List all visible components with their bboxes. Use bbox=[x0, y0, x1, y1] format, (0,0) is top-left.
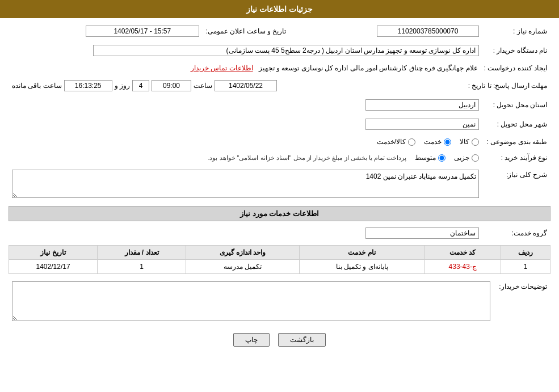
label-shomareNiaz: شماره نیاز : bbox=[482, 24, 550, 39]
toozihat-textarea[interactable] bbox=[12, 281, 490, 321]
namDastgah-box: اداره کل نوسازی توسعه و تجهیز مدارس استا… bbox=[93, 45, 479, 56]
services-table: ردیف کد خدمت نام خدمت واحد اندازه گیری ت… bbox=[9, 245, 550, 274]
radio-kala-item: کالا bbox=[460, 138, 479, 146]
saat-label: ساعت bbox=[194, 82, 212, 90]
header-title: جزئیات اطلاعات نیاز bbox=[246, 5, 313, 14]
radio-mottavaset-label: متوسط bbox=[415, 154, 436, 162]
value-ijadKonande: غلام جهانگیری فره چناق کارشناس امور مالی… bbox=[9, 62, 481, 74]
cell-namKhedmat: پایانه‌ای و تکمیل بنا bbox=[299, 260, 424, 274]
value-ostanTahvil: اردبیل bbox=[9, 98, 482, 112]
radio-khedmat[interactable] bbox=[444, 138, 451, 146]
rooz-label: روز و bbox=[115, 82, 130, 90]
radio-jozvi[interactable] bbox=[472, 154, 479, 162]
value-shomareNiaz: 1102003785000070 bbox=[306, 24, 482, 39]
radio-mottavaset-item: متوسط bbox=[415, 154, 445, 162]
radio-mottavaset[interactable] bbox=[438, 154, 445, 162]
label-sharhKolli: شرح کلی نیاز: bbox=[482, 168, 550, 201]
label-tarikhElan: تاریخ و ساعت اعلان عمومی: bbox=[203, 24, 290, 39]
info-table-farayand: نوع فرآیند خرید : جزیی متوسط پرداخت تمام… bbox=[9, 152, 550, 163]
sharh-area: تکمیل مدرسه میناباد عنبران نمین 1402 bbox=[12, 170, 479, 200]
col-tarikh: تاریخ نیاز bbox=[9, 246, 98, 260]
col-vahed: واحد اندازه گیری bbox=[186, 246, 300, 260]
radio-kala[interactable] bbox=[472, 138, 479, 146]
label-mohlat: مهلت ارسال پاسخ: تا تاریخ : bbox=[465, 78, 550, 93]
value-namDastgah: اداره کل نوسازی توسعه و تجهیز مدارس استا… bbox=[9, 43, 482, 58]
farayand-desc: پرداخت تمام یا بخشی از مبلغ خریدار از مح… bbox=[208, 154, 406, 162]
info-table-grohe: گروه خدمت: ساختمان bbox=[9, 226, 550, 241]
radio-jozvi-item: جزیی bbox=[454, 154, 479, 162]
page-wrapper: جزئیات اطلاعات نیاز شماره نیاز : 1102003… bbox=[0, 0, 559, 392]
info-table-top: شماره نیاز : 1102003785000070 تاریخ و سا… bbox=[9, 24, 550, 39]
radio-kala-label: کالا bbox=[460, 138, 469, 146]
info-table-tabaqe: طبقه بندی موضوعی : کالا خدمت bbox=[9, 136, 550, 147]
button-row: بازگشت چاپ bbox=[9, 333, 550, 347]
radio-kalaKhedmat[interactable] bbox=[408, 138, 415, 146]
cell-tarikh: 1402/12/17 bbox=[9, 260, 98, 274]
saat-pasokh: 09:00 bbox=[152, 80, 191, 91]
grohe-box: ساختمان bbox=[365, 227, 479, 239]
col-tedad: تعداد / مقدار bbox=[98, 246, 186, 260]
col-radif: ردیف bbox=[501, 246, 550, 260]
radio-kalaKhedmat-item: کالا/خدمت bbox=[377, 138, 415, 146]
value-shahrTahvil: نمین bbox=[9, 117, 482, 132]
info-table-ostan: استان محل تحویل : اردبیل bbox=[9, 98, 550, 112]
back-button[interactable]: بازگشت bbox=[278, 333, 326, 347]
farayand-radio-group: جزیی متوسط پرداخت تمام یا بخشی از مبلغ خ… bbox=[12, 154, 479, 162]
baqimande-value: 16:13:25 bbox=[64, 80, 112, 91]
info-table-dastgah: نام دستگاه خریدار : اداره کل نوسازی توسع… bbox=[9, 43, 550, 58]
value-tabaqe: کالا خدمت کالا/خدمت bbox=[9, 136, 482, 147]
section-khadamat-title: اطلاعات خدمات مورد نیاز bbox=[9, 206, 550, 221]
radio-jozvi-label: جزیی bbox=[454, 154, 469, 162]
services-section: ردیف کد خدمت نام خدمت واحد اندازه گیری ت… bbox=[9, 245, 550, 274]
label-noeFarayand: نوع فرآیند خرید : bbox=[482, 152, 550, 163]
rooz-value: 4 bbox=[132, 80, 149, 91]
tabaqe-radio-group: کالا خدمت کالا/خدمت bbox=[12, 138, 479, 146]
col-namKhedmat: نام خدمت bbox=[299, 246, 424, 260]
main-content: شماره نیاز : 1102003785000070 تاریخ و سا… bbox=[0, 18, 559, 361]
info-table-mohlat: مهلت ارسال پاسخ: تا تاریخ : 1402/05/22 س… bbox=[9, 78, 550, 93]
link-ettelaatTamas[interactable]: اطلاعات تماس خریدار bbox=[191, 64, 253, 72]
print-button[interactable]: چاپ bbox=[233, 333, 270, 347]
tarikhElan-box: 1402/05/17 - 15:57 bbox=[86, 26, 199, 37]
value-sharhKolli: تکمیل مدرسه میناباد عنبران نمین 1402 bbox=[9, 168, 482, 201]
radio-khedmat-item: خدمت bbox=[424, 138, 451, 146]
ostan-box: اردبیل bbox=[365, 99, 479, 111]
label-groheKhedmat: گروه خدمت: bbox=[482, 226, 550, 241]
ijadKonande-text: غلام جهانگیری فره چناق کارشناس امور مالی… bbox=[259, 64, 477, 72]
shomareNiaz-box: 1102003785000070 bbox=[377, 26, 479, 37]
sharhKolli-textarea[interactable]: تکمیل مدرسه میناباد عنبران نمین 1402 bbox=[12, 170, 479, 198]
tarikh-pasokh: 1402/05/22 bbox=[215, 80, 277, 91]
value-toozihat bbox=[9, 280, 494, 324]
label-shahrTahvil: شهر محل تحویل : bbox=[482, 117, 550, 132]
value-tarikhElan: 1402/05/17 - 15:57 bbox=[9, 24, 203, 39]
cell-kodKhedmat: ج-43-433 bbox=[424, 260, 501, 274]
label-toozihat: توضیحات خریدار: bbox=[494, 280, 550, 324]
page-header: جزئیات اطلاعات نیاز bbox=[0, 0, 559, 18]
cell-vahed: تکمیل مدرسه bbox=[186, 260, 300, 274]
info-table-shahr: شهر محل تحویل : نمین bbox=[9, 117, 550, 132]
info-table-sharh: شرح کلی نیاز: تکمیل مدرسه میناباد عنبران… bbox=[9, 168, 550, 201]
cell-radif: 1 bbox=[501, 260, 550, 274]
cell-tedad: 1 bbox=[98, 260, 186, 274]
value-groheKhedmat: ساختمان bbox=[9, 226, 482, 241]
label-ostanTahvil: استان محل تحویل : bbox=[482, 98, 550, 112]
tarikh-row: 1402/05/22 ساعت 09:00 4 روز و 16:13:25 س… bbox=[12, 80, 461, 91]
info-table-ijad: ایجاد کننده درخواست : غلام جهانگیری فره … bbox=[9, 62, 550, 74]
saat-baqimande-label: ساعت باقی مانده bbox=[12, 82, 62, 90]
col-kodKhedmat: کد خدمت bbox=[424, 246, 501, 260]
radio-khedmat-label: خدمت bbox=[424, 138, 442, 146]
label-ijadKonande: ایجاد کننده درخواست : bbox=[481, 62, 550, 74]
info-table-toozihat: توضیحات خریدار: bbox=[9, 280, 550, 324]
shahr-box: نمین bbox=[365, 119, 479, 130]
value-mohlat: 1402/05/22 ساعت 09:00 4 روز و 16:13:25 س… bbox=[9, 78, 465, 93]
radio-kalaKhedmat-label: کالا/خدمت bbox=[377, 138, 406, 146]
value-noeFarayand: جزیی متوسط پرداخت تمام یا بخشی از مبلغ خ… bbox=[9, 152, 482, 163]
label-tabaqe: طبقه بندی موضوعی : bbox=[482, 136, 550, 147]
table-row: 1 ج-43-433 پایانه‌ای و تکمیل بنا تکمیل م… bbox=[9, 260, 550, 274]
label-namDastgah: نام دستگاه خریدار : bbox=[482, 43, 550, 58]
